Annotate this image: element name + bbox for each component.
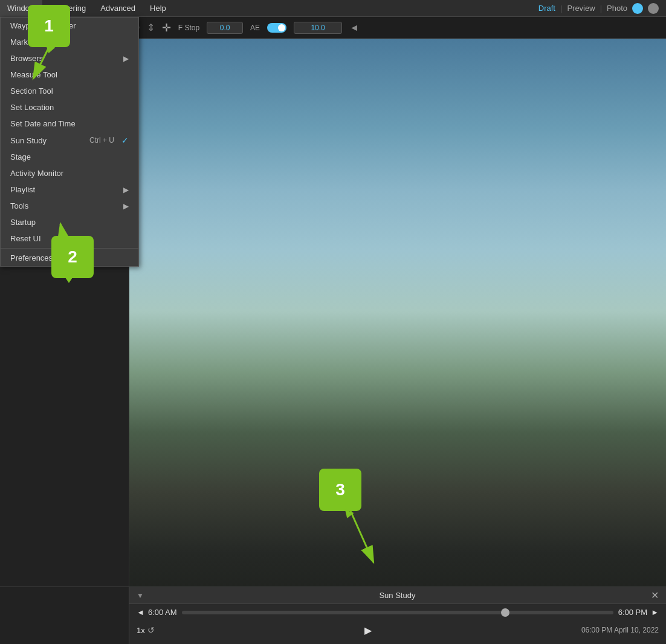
sun-study-title: Sun Study <box>379 591 415 600</box>
timeline-track[interactable] <box>182 611 613 614</box>
menubar-advanced[interactable]: Advanced <box>93 0 143 16</box>
play-button[interactable]: ▶ <box>361 623 375 637</box>
dropdown-menu: Waypoint Manager Markup Manager Browsers… <box>0 17 139 267</box>
ae-arrow[interactable]: ◄ <box>349 22 359 33</box>
time-end: 6:00 PM ► <box>618 608 659 617</box>
left-bottom-panel <box>0 587 129 644</box>
menu-item-activity[interactable]: Activity Monitor <box>1 165 138 181</box>
playback-speed: 1x ↺ <box>137 625 155 635</box>
menubar-right: Draft | Preview | Photo <box>538 3 666 14</box>
menubar: Window Rendering Advanced Help Draft | P… <box>0 0 666 17</box>
menu-item-browsers[interactable]: Browsers ▶ <box>1 50 138 67</box>
menu-item-measure[interactable]: Measure Tool <box>1 67 138 83</box>
separator-1: | <box>560 4 562 13</box>
next-arrow[interactable]: ► <box>651 608 659 617</box>
sun-study-panel: ▼ Sun Study ✕ ◄ 6:00 AM 6:00 PM ► 1x ↺ ▶… <box>129 587 666 644</box>
menu-item-tools[interactable]: Tools ▶ <box>1 198 138 214</box>
annotation-bubble-1: 1 <box>28 5 70 47</box>
sun-study-header: ▼ Sun Study ✕ <box>129 587 666 604</box>
menu-item-sunstudy[interactable]: Sun Study Ctrl + U ✓ <box>1 132 138 149</box>
submenu-arrow: ▶ <box>123 54 129 63</box>
toggle-track <box>267 23 286 33</box>
time-start: ◄ 6:00 AM <box>137 608 177 617</box>
settings-icon <box>648 3 659 14</box>
datetime-display: 06:00 PM April 10, 2022 <box>581 626 659 634</box>
speed-value: 1x <box>137 626 145 635</box>
menubar-help[interactable]: Help <box>143 0 173 16</box>
sun-study-close[interactable]: ✕ <box>651 590 659 601</box>
draft-button[interactable]: Draft <box>538 4 555 13</box>
focal-stepper[interactable]: ⇕ <box>147 22 155 33</box>
menu-item-stage[interactable]: Stage <box>1 149 138 165</box>
menu-item-playlist[interactable]: Playlist ▶ <box>1 181 138 198</box>
refresh-icon[interactable]: ↺ <box>147 625 155 635</box>
menu-item-section[interactable]: Section Tool <box>1 83 138 99</box>
photo-button[interactable]: Photo <box>607 4 627 13</box>
prev-arrow[interactable]: ◄ <box>137 608 144 617</box>
sunstudy-shortcut: Ctrl + U <box>89 136 114 145</box>
playlist-arrow: ▶ <box>123 186 129 194</box>
menu-item-datetime[interactable]: Set Date and Time <box>1 115 138 132</box>
separator-2: | <box>600 4 602 13</box>
annotation-bubble-3: 3 <box>319 469 361 511</box>
sun-study-bottom: 1x ↺ ▶ 06:00 PM April 10, 2022 <box>129 620 666 640</box>
menu-item-location[interactable]: Set Location <box>1 99 138 115</box>
panel-collapse[interactable]: ▼ <box>137 591 144 600</box>
menu-item-startup[interactable]: Startup <box>1 214 138 230</box>
ae-toggle[interactable] <box>267 23 286 33</box>
tools-arrow: ▶ <box>123 202 129 210</box>
render-icon <box>632 3 643 14</box>
timeline-thumb[interactable] <box>501 608 509 617</box>
sunstudy-check: ✓ <box>121 135 129 145</box>
ae-value-input[interactable]: 10.0 <box>294 22 342 34</box>
ae-label: AE <box>250 24 260 32</box>
toggle-thumb <box>278 24 285 31</box>
move-icon: ✛ <box>162 21 171 34</box>
preview-button[interactable]: Preview <box>567 4 595 13</box>
sun-study-controls: ◄ 6:00 AM 6:00 PM ► <box>129 604 666 620</box>
fstop-input[interactable]: 0.0 <box>207 22 243 34</box>
fstop-label: F Stop <box>178 24 199 32</box>
annotation-bubble-2: 2 <box>51 236 94 278</box>
